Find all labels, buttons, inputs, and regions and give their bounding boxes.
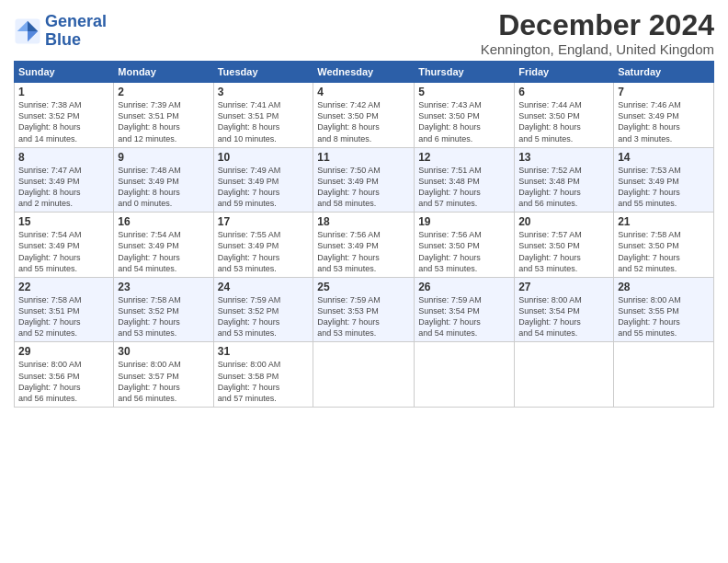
day-detail: Sunrise: 8:00 AM Sunset: 3:55 PM Dayligh… xyxy=(618,294,710,339)
day-cell: 24Sunrise: 7:59 AM Sunset: 3:52 PM Dayli… xyxy=(213,277,313,342)
day-number: 19 xyxy=(418,215,510,228)
day-cell: 20Sunrise: 7:57 AM Sunset: 3:50 PM Dayli… xyxy=(515,213,614,278)
day-number: 17 xyxy=(218,215,310,228)
day-cell: 2Sunrise: 7:39 AM Sunset: 3:51 PM Daylig… xyxy=(114,83,213,148)
day-detail: Sunrise: 7:58 AM Sunset: 3:51 PM Dayligh… xyxy=(18,294,109,339)
day-number: 16 xyxy=(118,215,209,228)
day-detail: Sunrise: 8:00 AM Sunset: 3:56 PM Dayligh… xyxy=(18,359,109,404)
day-cell: 17Sunrise: 7:55 AM Sunset: 3:49 PM Dayli… xyxy=(213,213,313,278)
day-number: 23 xyxy=(118,281,209,293)
day-detail: Sunrise: 7:51 AM Sunset: 3:48 PM Dayligh… xyxy=(418,165,510,210)
location-title: Kennington, England, United Kingdom xyxy=(481,41,714,57)
calendar-table: SundayMondayTuesdayWednesdayThursdayFrid… xyxy=(14,61,714,408)
logo-icon xyxy=(14,17,41,45)
day-detail: Sunrise: 7:43 AM Sunset: 3:50 PM Dayligh… xyxy=(418,99,510,144)
day-cell: 10Sunrise: 7:49 AM Sunset: 3:49 PM Dayli… xyxy=(213,147,313,213)
day-number: 25 xyxy=(317,281,410,293)
day-cell: 28Sunrise: 8:00 AM Sunset: 3:55 PM Dayli… xyxy=(614,277,714,342)
day-number: 24 xyxy=(218,281,310,293)
day-detail: Sunrise: 7:44 AM Sunset: 3:50 PM Dayligh… xyxy=(518,99,609,144)
day-number: 11 xyxy=(317,151,410,164)
day-cell: 16Sunrise: 7:54 AM Sunset: 3:49 PM Dayli… xyxy=(114,213,213,278)
day-number: 8 xyxy=(18,151,109,164)
month-title: December 2024 xyxy=(481,9,714,41)
day-cell xyxy=(313,342,415,408)
header-day-tuesday: Tuesday xyxy=(213,62,313,83)
header: General Blue December 2024 Kennington, E… xyxy=(14,9,714,57)
day-cell: 30Sunrise: 8:00 AM Sunset: 3:57 PM Dayli… xyxy=(114,342,213,408)
day-cell: 11Sunrise: 7:50 AM Sunset: 3:49 PM Dayli… xyxy=(313,147,415,213)
day-number: 3 xyxy=(218,86,310,98)
week-row-3: 15Sunrise: 7:54 AM Sunset: 3:49 PM Dayli… xyxy=(15,213,714,278)
day-detail: Sunrise: 7:58 AM Sunset: 3:52 PM Dayligh… xyxy=(118,294,209,339)
day-cell: 31Sunrise: 8:00 AM Sunset: 3:58 PM Dayli… xyxy=(213,342,313,408)
day-detail: Sunrise: 8:00 AM Sunset: 3:54 PM Dayligh… xyxy=(518,294,609,339)
day-number: 31 xyxy=(218,345,310,358)
day-cell: 29Sunrise: 8:00 AM Sunset: 3:56 PM Dayli… xyxy=(15,342,114,408)
day-number: 22 xyxy=(18,281,109,293)
day-number: 20 xyxy=(518,215,609,228)
day-detail: Sunrise: 7:59 AM Sunset: 3:53 PM Dayligh… xyxy=(317,294,410,339)
day-number: 14 xyxy=(618,151,710,164)
day-cell xyxy=(614,342,714,408)
day-cell: 27Sunrise: 8:00 AM Sunset: 3:54 PM Dayli… xyxy=(515,277,614,342)
day-cell: 19Sunrise: 7:56 AM Sunset: 3:50 PM Dayli… xyxy=(415,213,515,278)
day-detail: Sunrise: 7:48 AM Sunset: 3:49 PM Dayligh… xyxy=(118,165,209,210)
day-detail: Sunrise: 7:59 AM Sunset: 3:52 PM Dayligh… xyxy=(218,294,310,339)
calendar-header-row: SundayMondayTuesdayWednesdayThursdayFrid… xyxy=(15,62,714,83)
day-cell: 22Sunrise: 7:58 AM Sunset: 3:51 PM Dayli… xyxy=(15,277,114,342)
day-number: 6 xyxy=(518,86,609,98)
day-cell: 4Sunrise: 7:42 AM Sunset: 3:50 PM Daylig… xyxy=(313,83,415,148)
day-cell: 9Sunrise: 7:48 AM Sunset: 3:49 PM Daylig… xyxy=(114,147,213,213)
header-day-saturday: Saturday xyxy=(614,62,714,83)
day-detail: Sunrise: 7:38 AM Sunset: 3:52 PM Dayligh… xyxy=(18,99,109,144)
day-number: 2 xyxy=(118,86,209,98)
day-cell: 18Sunrise: 7:56 AM Sunset: 3:49 PM Dayli… xyxy=(313,213,415,278)
day-detail: Sunrise: 7:55 AM Sunset: 3:49 PM Dayligh… xyxy=(218,229,310,274)
day-number: 7 xyxy=(618,86,710,98)
day-cell: 21Sunrise: 7:58 AM Sunset: 3:50 PM Dayli… xyxy=(614,213,714,278)
week-row-2: 8Sunrise: 7:47 AM Sunset: 3:49 PM Daylig… xyxy=(15,147,714,213)
day-number: 5 xyxy=(418,86,510,98)
header-day-friday: Friday xyxy=(515,62,614,83)
day-detail: Sunrise: 7:42 AM Sunset: 3:50 PM Dayligh… xyxy=(317,99,410,144)
day-cell: 12Sunrise: 7:51 AM Sunset: 3:48 PM Dayli… xyxy=(415,147,515,213)
day-cell: 1Sunrise: 7:38 AM Sunset: 3:52 PM Daylig… xyxy=(15,83,114,148)
day-number: 30 xyxy=(118,345,209,358)
day-detail: Sunrise: 7:52 AM Sunset: 3:48 PM Dayligh… xyxy=(518,165,609,210)
day-detail: Sunrise: 7:58 AM Sunset: 3:50 PM Dayligh… xyxy=(618,229,710,274)
day-number: 18 xyxy=(317,215,410,228)
day-cell xyxy=(515,342,614,408)
day-number: 28 xyxy=(618,281,710,293)
header-day-thursday: Thursday xyxy=(415,62,515,83)
day-number: 9 xyxy=(118,151,209,164)
day-detail: Sunrise: 7:54 AM Sunset: 3:49 PM Dayligh… xyxy=(118,229,209,274)
day-cell: 25Sunrise: 7:59 AM Sunset: 3:53 PM Dayli… xyxy=(313,277,415,342)
day-detail: Sunrise: 7:41 AM Sunset: 3:51 PM Dayligh… xyxy=(218,99,310,144)
day-detail: Sunrise: 8:00 AM Sunset: 3:57 PM Dayligh… xyxy=(118,359,209,404)
week-row-1: 1Sunrise: 7:38 AM Sunset: 3:52 PM Daylig… xyxy=(15,83,714,148)
day-number: 1 xyxy=(18,86,109,98)
day-detail: Sunrise: 7:47 AM Sunset: 3:49 PM Dayligh… xyxy=(18,165,109,210)
day-number: 13 xyxy=(518,151,609,164)
day-cell: 26Sunrise: 7:59 AM Sunset: 3:54 PM Dayli… xyxy=(415,277,515,342)
day-detail: Sunrise: 7:56 AM Sunset: 3:49 PM Dayligh… xyxy=(317,229,410,274)
week-row-4: 22Sunrise: 7:58 AM Sunset: 3:51 PM Dayli… xyxy=(15,277,714,342)
day-cell: 14Sunrise: 7:53 AM Sunset: 3:49 PM Dayli… xyxy=(614,147,714,213)
header-day-wednesday: Wednesday xyxy=(313,62,415,83)
day-number: 29 xyxy=(18,345,109,358)
day-detail: Sunrise: 7:49 AM Sunset: 3:49 PM Dayligh… xyxy=(218,165,310,210)
day-cell: 5Sunrise: 7:43 AM Sunset: 3:50 PM Daylig… xyxy=(415,83,515,148)
page-container: General Blue December 2024 Kennington, E… xyxy=(0,0,728,417)
day-cell: 6Sunrise: 7:44 AM Sunset: 3:50 PM Daylig… xyxy=(515,83,614,148)
day-number: 26 xyxy=(418,281,510,293)
day-detail: Sunrise: 7:57 AM Sunset: 3:50 PM Dayligh… xyxy=(518,229,609,274)
day-cell: 23Sunrise: 7:58 AM Sunset: 3:52 PM Dayli… xyxy=(114,277,213,342)
header-day-monday: Monday xyxy=(114,62,213,83)
day-cell xyxy=(415,342,515,408)
day-detail: Sunrise: 7:39 AM Sunset: 3:51 PM Dayligh… xyxy=(118,99,209,144)
day-detail: Sunrise: 8:00 AM Sunset: 3:58 PM Dayligh… xyxy=(218,359,310,404)
day-detail: Sunrise: 7:53 AM Sunset: 3:49 PM Dayligh… xyxy=(618,165,710,210)
day-number: 4 xyxy=(317,86,410,98)
logo-line1: General xyxy=(45,13,107,31)
